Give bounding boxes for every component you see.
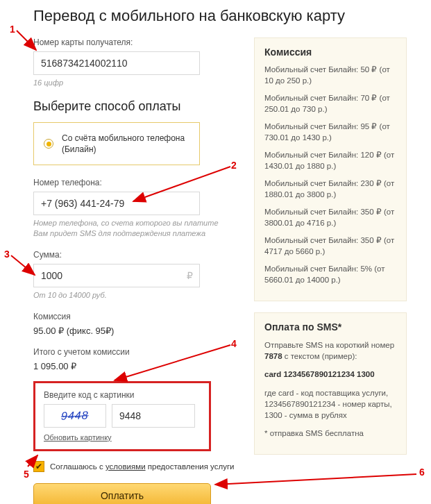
- fee-item: Мобильный счет Билайн: 5% (от 5660.01 до…: [264, 264, 396, 285]
- annotation-3: 3: [4, 249, 10, 260]
- sms-title: Оплата по SMS*: [264, 321, 396, 333]
- amount-input[interactable]: [33, 264, 200, 287]
- pay-button[interactable]: Оплатить: [33, 483, 211, 504]
- fee-item: Мобильный счет Билайн: 70 ₽ (от 250.01 д…: [264, 93, 396, 115]
- total-value: 1 095.00 ₽: [33, 361, 242, 371]
- captcha-label: Введите код с картинки: [44, 390, 201, 400]
- radio-label: Со счёта мобильного телефона (Билайн): [62, 133, 189, 155]
- phone-label: Номер телефона:: [33, 178, 242, 187]
- amount-field: Сумма: ₽ От 10 до 14000 руб.: [33, 250, 242, 301]
- agree-text: Соглашаюсь с условиями предоставления ус…: [50, 462, 235, 471]
- svg-line-2: [11, 255, 35, 275]
- fee-value: 95.00 ₽ (фикс. 95₽): [33, 326, 242, 336]
- fee-item: Мобильный счет Билайн: 50 ₽ (от 10 до 25…: [264, 65, 396, 86]
- annotation-4: 4: [231, 338, 237, 349]
- form-column: Номер карты получателя: 16 цифр Выберите…: [33, 37, 242, 504]
- fee-item: Мобильный счет Билайн: 120 ₽ (от 1430.01…: [264, 150, 396, 171]
- payment-method-radio[interactable]: Со счёта мобильного телефона (Билайн): [33, 122, 200, 165]
- card-hint: 16 цифр: [33, 78, 242, 88]
- agree-checkbox[interactable]: ✔: [33, 461, 44, 472]
- ruble-icon: ₽: [187, 264, 193, 287]
- total-block: Итого с учетом комиссии 1 095.00 ₽: [33, 347, 242, 371]
- sms-desc: где card - код поставщика услуги, 123456…: [264, 387, 396, 421]
- radio-dot-icon: [44, 139, 53, 149]
- commission-box: Комиссия Мобильный счет Билайн: 50 ₽ (от…: [254, 37, 407, 301]
- fee-item: Мобильный счет Билайн: 350 ₽ (от 4717 до…: [264, 235, 396, 257]
- sms-box: Оплата по SMS* Отправьте SMS на короткий…: [254, 312, 407, 455]
- captcha-refresh-link[interactable]: Обновить картинку: [44, 433, 112, 442]
- card-label: Номер карты получателя:: [33, 37, 242, 47]
- phone-hint: Номер телефона, со счета которого вы пла…: [33, 218, 242, 239]
- fee-label: Комиссия: [33, 312, 242, 321]
- method-heading: Выберите способ оплаты: [33, 99, 242, 114]
- sms-example: card 1234567890121234 1300: [264, 369, 396, 380]
- commission-title: Комиссия: [264, 47, 396, 58]
- phone-input[interactable]: [33, 192, 200, 215]
- fee-item: Мобильный счет Билайн: 350 ₽ (от 3800.01…: [264, 207, 396, 228]
- agree-row: ✔ Соглашаюсь с условиями предоставления …: [33, 461, 242, 472]
- captcha-input[interactable]: [112, 404, 195, 428]
- phone-field: Номер телефона: Номер телефона, со счета…: [33, 178, 242, 239]
- sms-note: * отправка SMS бесплатна: [264, 428, 396, 439]
- annotation-1: 1: [10, 24, 15, 35]
- sms-line1: Отправьте SMS на короткий номер 7878 с т…: [264, 339, 396, 362]
- amount-label: Сумма:: [33, 250, 242, 260]
- annotation-2: 2: [231, 160, 237, 171]
- annotation-6: 6: [419, 467, 425, 478]
- captcha-box: Введите код с картинки 9448 Обновить кар…: [33, 381, 211, 451]
- page-title: Перевод с мобильного на банковскую карту: [33, 7, 431, 25]
- info-column: Комиссия Мобильный счет Билайн: 50 ₽ (от…: [254, 37, 407, 466]
- annotation-5: 5: [24, 469, 29, 480]
- fee-item: Мобильный счет Билайн: 230 ₽ (от 1880.01…: [264, 178, 396, 200]
- terms-link[interactable]: условиями: [105, 462, 146, 471]
- amount-hint: От 10 до 14000 руб.: [33, 290, 242, 301]
- fee-block: Комиссия 95.00 ₽ (фикс. 95₽): [33, 312, 242, 336]
- card-field: Номер карты получателя: 16 цифр: [33, 37, 242, 88]
- fee-item: Мобильный счет Билайн: 95 ₽ (от 730.01 д…: [264, 121, 396, 143]
- captcha-image: 9448: [44, 404, 106, 428]
- card-input[interactable]: [33, 51, 200, 75]
- total-label: Итого с учетом комиссии: [33, 347, 242, 357]
